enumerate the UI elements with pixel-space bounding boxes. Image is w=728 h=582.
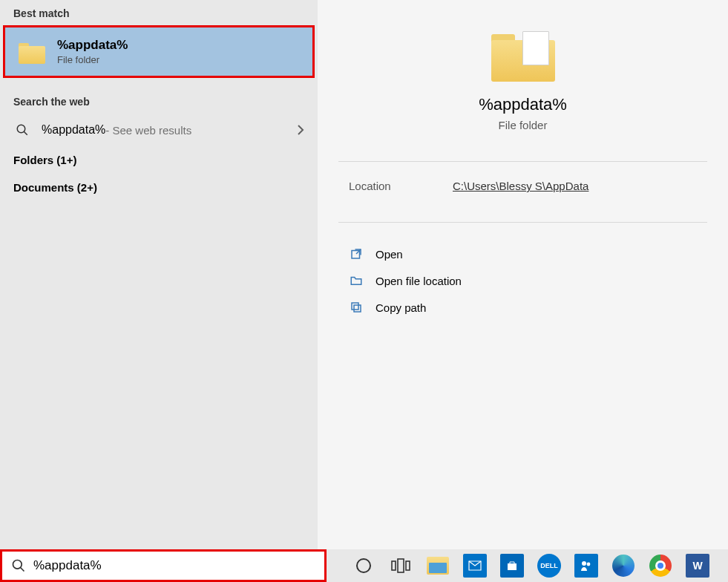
svg-point-12 [582,561,586,566]
svg-rect-10 [398,559,404,572]
best-match-result[interactable]: %appdata% File folder [3,25,315,78]
svg-point-0 [17,125,25,133]
best-match-title: %appdata% [57,38,128,53]
open-label: Open [376,248,403,261]
svg-rect-5 [352,303,358,310]
folder-location-icon [349,273,364,288]
copy-path-action[interactable]: Copy path [338,294,707,321]
cortana-icon[interactable] [349,551,378,581]
svg-point-13 [587,563,591,566]
divider [338,222,707,223]
svg-point-8 [357,559,370,572]
mail-icon[interactable] [460,551,490,581]
open-action[interactable]: Open [338,241,707,267]
open-icon [349,246,364,261]
copy-icon [349,300,364,315]
documents-category[interactable]: Documents (2+) [0,174,318,201]
search-icon [13,121,31,139]
taskbar-search-box[interactable] [0,549,327,582]
search-results-panel: Best match %appdata% File folder Search … [0,0,318,549]
svg-line-7 [21,568,24,572]
svg-point-6 [13,560,22,569]
svg-rect-4 [354,305,361,312]
copy-path-label: Copy path [376,301,426,314]
search-web-header: Search the web [0,88,318,114]
preview-panel: %appdata% File folder Location C:\Users\… [318,0,728,549]
chevron-right-icon [297,124,304,136]
taskbar: DELL W [0,549,728,582]
chrome-icon[interactable] [646,551,675,581]
folders-category[interactable]: Folders (1+) [0,146,318,174]
location-path[interactable]: C:\Users\Blessy S\AppData [453,180,588,192]
folder-icon [19,40,47,64]
dell-icon[interactable]: DELL [534,551,564,581]
file-explorer-icon[interactable] [423,551,453,581]
search-input[interactable] [33,558,315,573]
best-match-header: Best match [0,0,318,25]
people-icon[interactable] [571,551,601,581]
edge-icon[interactable] [609,551,638,581]
svg-rect-11 [406,561,410,570]
open-file-location-action[interactable]: Open file location [338,267,707,294]
svg-line-1 [24,131,27,135]
search-icon [11,558,26,573]
preview-title: %appdata% [318,95,728,114]
word-icon[interactable]: W [683,551,712,581]
web-search-result[interactable]: %appdata% - See web results [0,114,318,146]
location-label: Location [349,180,453,192]
store-icon[interactable] [497,551,527,581]
preview-subtitle: File folder [318,119,728,131]
folder-icon-large [491,30,555,82]
svg-rect-9 [392,561,396,570]
task-view-icon[interactable] [386,551,416,581]
open-location-label: Open file location [376,275,462,287]
web-search-term: %appdata% [42,123,105,137]
web-search-suffix: - See web results [105,124,191,137]
divider [338,161,707,162]
best-match-subtitle: File folder [57,54,128,65]
